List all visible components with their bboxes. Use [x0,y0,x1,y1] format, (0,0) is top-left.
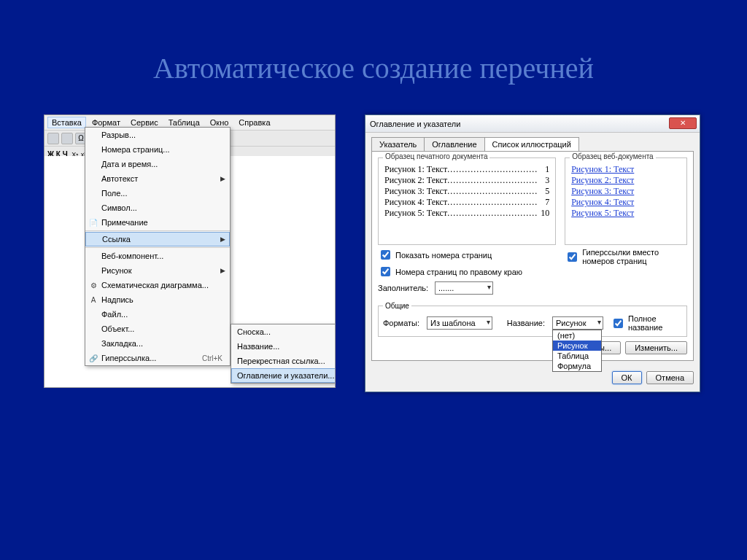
dropdown-option[interactable]: Рисунок [553,341,601,351]
menu-label: Примечание [101,218,227,227]
caption-dropdown-list[interactable]: (нет)РисунокТаблицаФормула [552,330,602,372]
preview-line: Рисунок 2: Текст .......................… [384,175,549,186]
checkbox-full-caption[interactable]: Полное название [611,314,682,332]
menu-label: Закладка... [101,339,227,348]
checkbox-input[interactable] [381,250,390,260]
menu-вставка[interactable]: Вставка [47,117,86,128]
menu-label: Номера страниц... [101,145,227,154]
menu-label: Файл... [101,310,227,319]
formats-value: Из шаблона [430,319,476,327]
tb-icon[interactable] [47,133,59,144]
menu-item[interactable]: ⚙Схематическая диаграмма... [85,278,230,292]
checkbox-label: Полное название [628,314,682,332]
preview-line: Рисунок 1: Текст .......................… [384,164,549,175]
link-submenu: Сноска...Название...Перекрестная ссылка.… [231,324,336,384]
menu-item[interactable]: Разрыв... [85,128,230,142]
submenu-arrow-icon: ▶ [218,175,227,182]
web-preview-label: Образец веб-документа [570,152,656,160]
menu-item[interactable]: Веб-компонент... [85,249,230,263]
submenu-item[interactable]: Перекрестная ссылка... [231,354,336,368]
menu-label: Разрыв... [101,131,227,139]
menu-item[interactable]: Дата и время... [85,157,230,171]
menu-item[interactable]: Символ... [85,201,230,215]
checkbox-label: Показать номера страниц [395,251,492,260]
menu-item[interactable]: Закладка... [85,336,230,351]
checkbox-input[interactable] [568,252,577,262]
submenu-item[interactable]: Название... [231,339,336,354]
filler-value: ....... [438,284,454,292]
tb-icon[interactable] [61,133,73,144]
common-legend: Общие [383,302,411,310]
menu-icon: 📄 [85,219,101,227]
formats-select[interactable]: Из шаблона [427,316,492,330]
dialog-title: Оглавление и указатели [370,120,460,128]
menu-icon: ⚙ [85,281,101,289]
menu-label: Дата и время... [101,160,227,168]
tab-body: Образец печатного документа Рисунок 1: Т… [371,151,694,361]
ok-button[interactable]: ОК [612,371,642,384]
menu-item[interactable]: Рисунок▶ [85,263,230,278]
preview-line: Рисунок 4: Текст .......................… [384,197,549,208]
caption-select[interactable]: Рисунок [552,316,603,330]
filler-label: Заполнитель: [378,284,430,292]
word-window: ВставкаФорматСервисТаблицаОкноСправка Ж … [44,114,336,388]
tab[interactable]: Список иллюстраций [484,137,579,152]
preview-link[interactable]: Рисунок 3: Текст [571,186,681,197]
menu-item[interactable]: Объект... [85,322,230,336]
menu-shortcut: Ctrl+K [202,354,227,362]
preview-line: Рисунок 3: Текст .......................… [384,186,549,197]
preview-link[interactable]: Рисунок 1: Текст [571,164,681,175]
dropdown-option[interactable]: Таблица [553,351,601,361]
menu-label: Объект... [101,324,227,333]
menu-label: Веб-компонент... [101,252,227,260]
dialog-titlebar: Оглавление и указатели ✕ [365,115,700,133]
checkbox-show-pages[interactable]: Показать номера страниц [378,248,556,262]
menu-item[interactable]: Автотекст▶ [85,171,230,186]
menu-item[interactable]: 📄Примечание [85,215,230,230]
checkbox-input[interactable] [381,267,390,276]
menu-label: Символ... [101,203,227,212]
print-preview-group: Образец печатного документа Рисунок 1: Т… [378,158,556,245]
preview-link[interactable]: Рисунок 4: Текст [571,197,681,208]
checkbox-label: Номера страниц по правому краю [395,268,522,276]
menu-label: Надпись [101,295,227,304]
menu-item[interactable]: AНадпись [85,292,230,307]
change-button[interactable]: Изменить... [625,341,687,354]
dropdown-option[interactable]: (нет) [553,330,601,341]
filler-select[interactable]: ....... [435,281,493,295]
tab[interactable]: Указатель [371,137,425,152]
caption-label: Название: [507,319,545,327]
formats-label: Форматы: [383,319,419,327]
menu-item[interactable]: Поле... [85,186,230,201]
web-preview-group: Образец веб-документа Рисунок 1: ТекстРи… [565,158,687,245]
menu-label: Гиперссылка... [101,354,202,362]
tab[interactable]: Оглавление [424,137,484,152]
close-button[interactable]: ✕ [669,117,697,129]
print-preview: Рисунок 1: Текст .......................… [382,161,552,241]
menu-item[interactable]: Файл... [85,307,230,322]
menu-label: Автотекст [101,174,218,183]
menu-item[interactable]: Ссылка▶ [85,232,230,246]
preview-link[interactable]: Рисунок 2: Текст [571,175,681,186]
cancel-button[interactable]: Отмена [646,371,694,384]
checkbox-label: Гиперссылки вместо номеров страниц [582,248,687,265]
checkbox-input[interactable] [614,319,623,328]
checkbox-right-align[interactable]: Номера страниц по правому краю [378,265,556,279]
submenu-item[interactable]: Оглавление и указатели... [231,368,336,383]
toc-dialog: Оглавление и указатели ✕ УказательОглавл… [365,114,700,392]
submenu-item[interactable]: Сноска... [231,324,336,339]
menu-item[interactable]: 🔗Гиперссылка...Ctrl+K [85,351,230,365]
preview-line: Рисунок 5: Текст .......................… [384,208,549,219]
web-preview: Рисунок 1: ТекстРисунок 2: ТекстРисунок … [568,161,684,241]
preview-link[interactable]: Рисунок 5: Текст [571,208,681,219]
submenu-arrow-icon: ▶ [218,236,227,243]
caption-value: Рисунок [556,319,587,327]
menu-icon: 🔗 [85,354,101,362]
menu-label: Ссылка [102,235,218,244]
dropdown-option[interactable]: Формула [553,361,601,371]
menu-label: Схематическая диаграмма... [101,281,227,289]
menu-item[interactable]: Номера страниц... [85,142,230,157]
menu-справка[interactable]: Справка [234,117,274,128]
insert-menu-dropdown: Разрыв...Номера страниц...Дата и время..… [85,127,231,366]
checkbox-hyperlinks[interactable]: Гиперссылки вместо номеров страниц [565,248,687,265]
